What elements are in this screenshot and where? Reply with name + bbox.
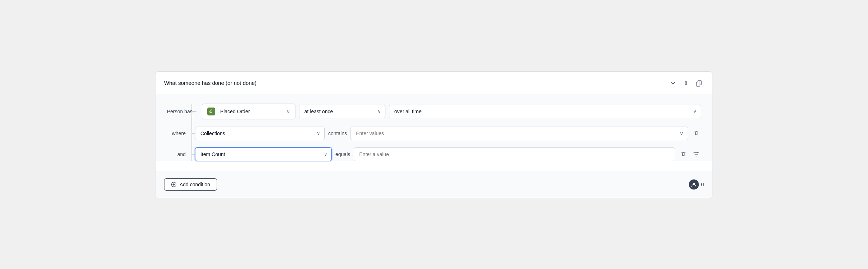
and-label: and: [167, 151, 191, 157]
enter-values-input[interactable]: [351, 127, 688, 140]
collections-wrapper: Collections Product SKU Vendor ∨: [195, 127, 325, 140]
delete-card-button[interactable]: [681, 78, 691, 88]
equals-label: equals: [335, 151, 350, 157]
enter-value-input[interactable]: [354, 147, 675, 161]
row-collections: where Collections Product SKU Vendor ∨ c…: [167, 127, 701, 140]
copy-card-button[interactable]: [694, 78, 704, 88]
row1-selects: Placed Order ∨ at least once zero times …: [202, 104, 701, 119]
avatar-icon: [689, 179, 699, 190]
time-range-wrapper: over all time in the last 30 days in the…: [389, 105, 701, 118]
placed-order-value: Placed Order: [220, 109, 250, 114]
plus-circle-icon: [171, 182, 177, 187]
card-header: What someone has done (or not done): [155, 72, 713, 95]
card-body: Person has Placed Order ∨: [155, 95, 713, 161]
row2-fields: Collections Product SKU Vendor ∨ contain…: [195, 127, 701, 140]
shopify-icon: [207, 108, 215, 115]
enter-values-wrapper: ∨: [351, 127, 688, 140]
time-range-dropdown[interactable]: over all time in the last 30 days in the…: [389, 105, 701, 118]
add-condition-button[interactable]: Add condition: [164, 178, 217, 191]
header-title: What someone has done (or not done): [164, 80, 257, 86]
row3-fields: Item Count Total Price Discount Code ∨ e…: [195, 147, 701, 161]
collections-dropdown[interactable]: Collections Product SKU Vendor: [195, 127, 325, 140]
frequency-wrapper: at least once zero times exactly ∨: [299, 105, 385, 118]
item-count-wrapper: Item Count Total Price Discount Code ∨: [195, 147, 332, 161]
placed-order-dropdown[interactable]: Placed Order ∨: [202, 104, 295, 119]
condition-group: Person has Placed Order ∨: [167, 104, 701, 161]
delete-item-count-row-button[interactable]: [679, 150, 688, 159]
filter-button[interactable]: [692, 150, 701, 159]
person-has-label: Person has: [167, 109, 198, 114]
row-placed-order: Person has Placed Order ∨: [167, 104, 701, 119]
placed-order-wrapper: Placed Order ∨: [202, 104, 295, 119]
placed-order-chevron: ∨: [279, 109, 290, 114]
count-label: 0: [701, 182, 704, 187]
card-footer: Add condition 0: [155, 171, 713, 198]
footer-right: 0: [689, 179, 704, 190]
svg-rect-0: [684, 82, 688, 82]
delete-collections-row-button[interactable]: [692, 129, 701, 138]
svg-point-6: [698, 152, 699, 153]
contains-label: contains: [328, 131, 347, 136]
condition-card: What someone has done (or not done): [155, 71, 713, 198]
item-count-dropdown[interactable]: Item Count Total Price Discount Code: [195, 147, 332, 161]
collapse-button[interactable]: [668, 78, 678, 88]
where-label: where: [167, 131, 191, 136]
svg-rect-2: [696, 82, 700, 86]
frequency-dropdown[interactable]: at least once zero times exactly: [299, 105, 385, 118]
card-header-left: What someone has done (or not done): [164, 80, 257, 86]
add-condition-label: Add condition: [180, 182, 210, 187]
svg-rect-3: [207, 108, 215, 115]
row-item-count: and Item Count Total Price Discount Code…: [167, 147, 701, 161]
